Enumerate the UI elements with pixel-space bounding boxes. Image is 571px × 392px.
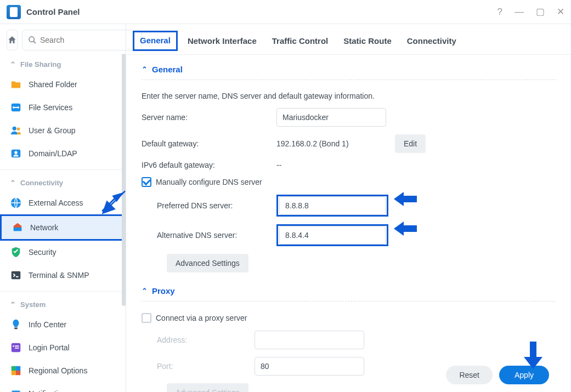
chevron-up-icon: ⌃	[142, 287, 148, 295]
section-system[interactable]: ⌃ System	[0, 296, 126, 313]
sidebar-item-info-center[interactable]: Info Center	[0, 313, 126, 336]
globe-icon	[10, 197, 22, 209]
sidebar-item-label: File Services	[29, 103, 72, 112]
group-general-header[interactable]: ⌃ General	[142, 65, 556, 80]
ipv6-gateway-value: --	[276, 161, 281, 169]
alternative-dns-label: Alternative DNS server:	[142, 231, 268, 240]
svg-rect-15	[12, 371, 16, 375]
footer: Reset Apply	[126, 358, 571, 392]
sidebar-item-terminal-snmp[interactable]: Terminal & SNMP	[0, 264, 126, 287]
server-name-input[interactable]	[276, 108, 386, 127]
advanced-settings-button[interactable]: Advanced Settings	[167, 254, 248, 272]
help-icon[interactable]: ?	[497, 7, 502, 16]
proxy-connect-label: Connect via a proxy server	[156, 314, 247, 322]
proxy-address-input	[255, 331, 364, 349]
sidebar-item-security[interactable]: Security	[0, 241, 126, 264]
sidebar-item-shared-folder[interactable]: Shared Folder	[0, 73, 126, 96]
svg-line-1	[33, 41, 36, 43]
proxy-address-label: Address:	[142, 336, 268, 344]
sidebar-item-user-group[interactable]: User & Group	[0, 119, 126, 142]
transfer-icon	[10, 101, 22, 113]
sidebar-item-regional-options[interactable]: Regional Options	[0, 359, 126, 382]
manual-dns-checkbox[interactable]	[142, 177, 151, 187]
server-name-label: Server name:	[142, 113, 268, 122]
svg-rect-10	[14, 328, 18, 329]
sidebar-item-label: Terminal & SNMP	[29, 271, 89, 280]
sidebar-scrollbar[interactable]	[122, 54, 126, 306]
default-gateway-value: 192.168.0.2 (Bond 1)	[276, 139, 386, 148]
sidebar: ⌃ File Sharing Shared Folder File Servic…	[0, 24, 126, 392]
terminal-icon	[10, 269, 22, 281]
notification-icon	[10, 388, 22, 392]
chevron-up-icon: ⌃	[10, 300, 16, 309]
edit-gateway-button[interactable]: Edit	[395, 134, 426, 153]
svg-rect-14	[16, 366, 20, 371]
sidebar-item-domain-ldap[interactable]: Domain/LDAP	[0, 142, 126, 165]
home-icon	[7, 35, 17, 45]
window-title: Control Panel	[26, 7, 80, 16]
group-proxy-header[interactable]: ⌃ Proxy	[142, 286, 556, 302]
tab-network-interface[interactable]: Network Interface	[188, 34, 257, 48]
info-icon	[10, 319, 22, 331]
sidebar-item-label: Network	[30, 223, 58, 232]
tab-connectivity[interactable]: Connectivity	[407, 34, 456, 48]
title-bar: Control Panel ? — ▢ ✕	[0, 0, 571, 24]
search-input[interactable]	[40, 36, 136, 44]
svg-point-4	[17, 128, 20, 131]
manual-dns-label: Manually configure DNS server	[156, 178, 262, 186]
search-box[interactable]	[22, 30, 142, 50]
sidebar-item-label: Info Center	[29, 320, 66, 329]
arrow-left-icon	[394, 190, 417, 208]
preferred-dns-input[interactable]	[279, 196, 386, 215]
shield-icon	[10, 246, 22, 258]
sidebar-item-login-portal[interactable]: Login Portal	[0, 336, 126, 359]
sidebar-item-notification[interactable]: Notification	[0, 382, 126, 392]
home-button[interactable]	[7, 30, 18, 50]
tab-static-route[interactable]: Static Route	[343, 34, 392, 48]
users-icon	[10, 124, 22, 137]
section-label: System	[20, 300, 46, 309]
svg-rect-9	[12, 271, 21, 280]
section-connectivity[interactable]: ⌃ Connectivity	[0, 174, 126, 191]
ipv6-gateway-label: IPv6 default gateway:	[142, 161, 268, 169]
svg-rect-16	[16, 371, 20, 375]
sidebar-item-network[interactable]: Network	[0, 214, 126, 241]
section-file-sharing[interactable]: ⌃ File Sharing	[0, 56, 126, 73]
sidebar-item-label: Login Portal	[29, 343, 70, 352]
portal-icon	[10, 342, 22, 354]
folder-icon	[10, 78, 22, 90]
tab-traffic-control[interactable]: Traffic Control	[272, 34, 329, 48]
apply-button[interactable]: Apply	[499, 366, 549, 384]
sidebar-item-label: Shared Folder	[29, 80, 77, 89]
chevron-up-icon: ⌃	[10, 60, 16, 69]
network-icon	[12, 221, 24, 234]
sidebar-item-label: Notification	[29, 389, 66, 392]
svg-rect-13	[12, 366, 16, 371]
chevron-up-icon: ⌃	[10, 179, 16, 187]
sidebar-item-label: User & Group	[29, 126, 76, 135]
section-label: Connectivity	[20, 179, 63, 187]
default-gateway-label: Default gateway:	[142, 139, 268, 148]
chevron-up-icon: ⌃	[142, 65, 148, 73]
maximize-icon[interactable]: ▢	[536, 7, 545, 16]
preferred-dns-label: Preferred DNS server:	[142, 201, 268, 210]
sidebar-item-file-services[interactable]: File Services	[0, 96, 126, 119]
proxy-connect-checkbox[interactable]	[142, 313, 151, 323]
arrow-left-icon	[394, 219, 417, 238]
sidebar-item-label: Regional Options	[29, 366, 87, 375]
close-icon[interactable]: ✕	[557, 7, 564, 16]
group-title: General	[152, 65, 183, 74]
sidebar-item-external-access[interactable]: External Access	[0, 191, 126, 214]
reset-button[interactable]: Reset	[446, 366, 493, 384]
svg-rect-8	[14, 228, 22, 231]
region-icon	[10, 365, 22, 377]
sidebar-item-label: Security	[29, 248, 56, 257]
search-icon	[28, 36, 37, 44]
group-title: Proxy	[152, 286, 175, 296]
general-description: Enter the server name, DNS server and de…	[142, 92, 375, 100]
tabs: General Network Interface Traffic Contro…	[126, 24, 571, 55]
svg-point-6	[14, 151, 18, 154]
minimize-icon[interactable]: —	[515, 7, 524, 16]
alternative-dns-input[interactable]	[279, 226, 386, 245]
tab-general[interactable]: General	[133, 31, 178, 51]
